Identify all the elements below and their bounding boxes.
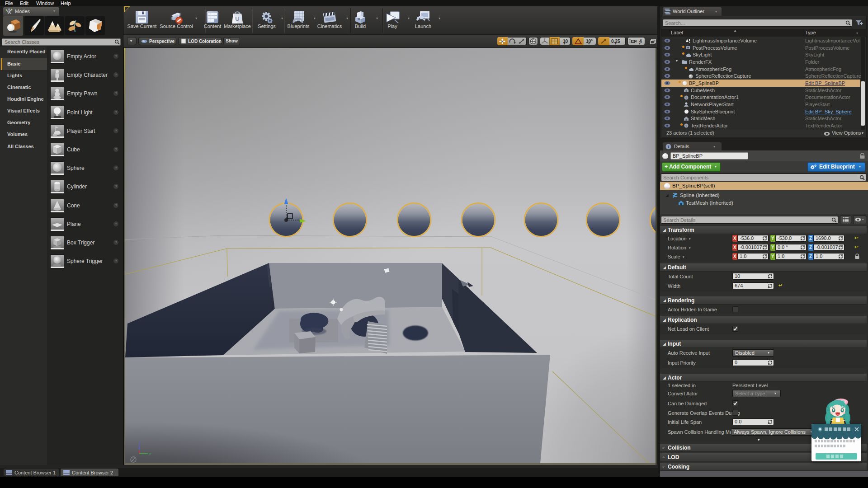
svg-text:Y: Y — [149, 452, 151, 456]
svg-text:Z: Z — [139, 441, 141, 446]
svg-text:U: U — [235, 15, 239, 22]
svg-text:?: ? — [685, 96, 687, 99]
svg-text:?: ? — [685, 124, 687, 127]
